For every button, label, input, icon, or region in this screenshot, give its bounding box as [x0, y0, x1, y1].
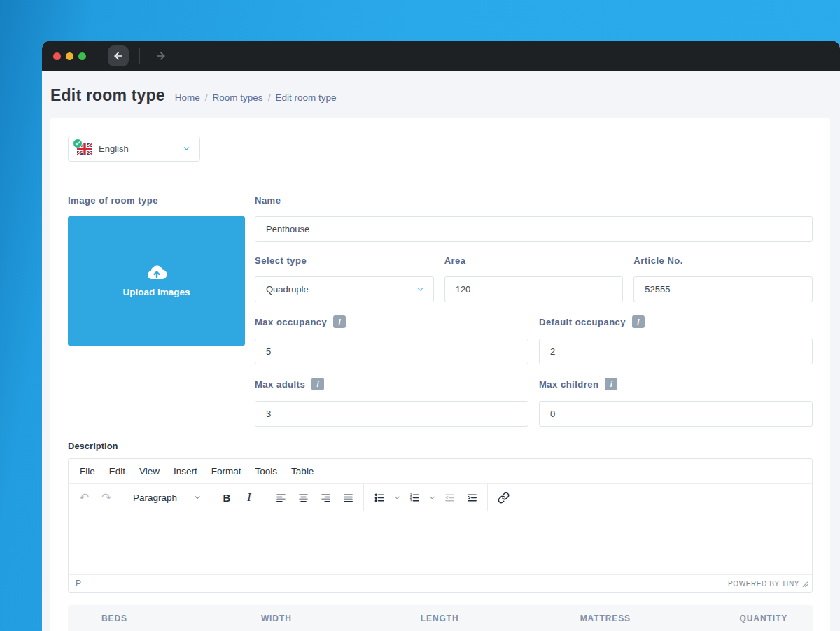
info-icon[interactable]: i: [333, 316, 346, 328]
bold-icon[interactable]: B: [216, 487, 237, 508]
article-no-field: Article No.: [634, 255, 813, 302]
insert-link-icon[interactable]: [493, 487, 514, 508]
menu-format[interactable]: Format: [204, 462, 248, 481]
redo-icon[interactable]: ↷: [96, 487, 117, 508]
default-occupancy-label-text: Default occupancy: [539, 317, 626, 327]
chevron-down-icon: [193, 493, 202, 502]
alignment-group: [265, 484, 364, 511]
breadcrumb: Home / Room types / Edit room type: [175, 92, 337, 103]
max-adults-label-text: Max adults: [255, 379, 305, 390]
chevron-down-icon: [416, 285, 425, 294]
length-column-header: LENGTH: [413, 614, 566, 623]
chevron-down-icon: [182, 144, 191, 153]
max-occupancy-field: Max occupancy i: [255, 316, 528, 364]
type-area-article-row: Select type Quadruple Area Artic: [255, 255, 813, 302]
select-type-dropdown[interactable]: Quadruple: [255, 276, 434, 302]
fields-column: Name Select type Quadruple: [255, 195, 813, 440]
max-occupancy-label: Max occupancy i: [255, 316, 528, 328]
powered-by-tiny: POWERED BY TINY: [728, 580, 808, 588]
info-icon[interactable]: i: [632, 316, 645, 328]
upload-images-dropzone[interactable]: Upload images: [68, 216, 245, 346]
breadcrumb-separator: /: [268, 92, 271, 103]
link-group: [488, 484, 519, 511]
window-titlebar: [42, 41, 840, 71]
editor-menubar: File Edit View Insert Format Tools Table: [69, 459, 812, 484]
width-column-header: WIDTH: [253, 614, 407, 623]
breadcrumb-home[interactable]: Home: [175, 92, 200, 103]
align-justify-icon[interactable]: [337, 487, 358, 508]
area-label: Area: [444, 255, 624, 266]
beds-column-header: BEDS: [94, 614, 247, 623]
editor-statusbar: P POWERED BY TINY: [69, 574, 812, 592]
outdent-icon[interactable]: [439, 487, 460, 508]
page-title: Edit room type: [50, 86, 165, 105]
select-type-value: Quadruple: [266, 284, 309, 295]
menu-edit[interactable]: Edit: [102, 462, 132, 481]
menu-file[interactable]: File: [73, 462, 102, 481]
menu-insert[interactable]: Insert: [167, 462, 204, 481]
max-children-label: Max children i: [539, 378, 813, 390]
titlebar-divider: [139, 48, 140, 64]
max-adults-input[interactable]: [255, 401, 528, 427]
description-label: Description: [68, 441, 813, 451]
max-children-input[interactable]: [539, 401, 813, 427]
powered-by-tiny-label: POWERED BY TINY: [728, 580, 799, 588]
room-type-form: Image of room type Upload images Name: [68, 195, 813, 440]
editor-content-area[interactable]: [69, 511, 812, 574]
editor-toolbar: ↶ ↷ Paragraph B I: [69, 484, 812, 511]
history-group: ↶ ↷: [69, 484, 122, 511]
svg-text:3: 3: [410, 499, 412, 502]
menu-view[interactable]: View: [132, 462, 167, 481]
menu-table[interactable]: Table: [284, 462, 321, 481]
occupancy-row: Max occupancy i Default occupancy i: [255, 316, 813, 364]
arrow-left-icon: [113, 50, 124, 62]
minimize-window-icon[interactable]: [66, 52, 74, 60]
menu-tools[interactable]: Tools: [248, 462, 285, 481]
align-right-icon[interactable]: [315, 487, 336, 508]
default-occupancy-input[interactable]: [539, 339, 813, 364]
default-occupancy-label: Default occupancy i: [539, 316, 813, 328]
area-field: Area: [444, 255, 624, 302]
text-style-group: B I: [211, 484, 265, 511]
name-input[interactable]: [255, 216, 813, 242]
close-window-icon[interactable]: [53, 52, 61, 60]
description-editor: File Edit View Insert Format Tools Table…: [68, 458, 813, 593]
breadcrumb-room-types[interactable]: Room types: [213, 92, 263, 103]
language-selected-label: English: [99, 143, 176, 154]
undo-icon[interactable]: ↶: [74, 487, 94, 508]
upload-images-label: Upload images: [122, 287, 190, 297]
adults-children-row: Max adults i Max children i: [255, 378, 813, 427]
numbered-list-chevron-icon[interactable]: [426, 487, 438, 508]
info-icon[interactable]: i: [605, 378, 617, 390]
back-button[interactable]: [108, 45, 129, 66]
paragraph-format-dropdown[interactable]: Paragraph: [127, 487, 206, 508]
uk-flag-icon: [77, 143, 92, 155]
resize-grip-icon[interactable]: [802, 581, 808, 587]
section-divider: [68, 176, 813, 176]
page-header: Edit room type Home / Room types / Edit …: [42, 71, 840, 118]
italic-icon[interactable]: I: [239, 487, 260, 508]
align-left-icon[interactable]: [270, 487, 291, 508]
area-input[interactable]: [444, 276, 624, 302]
select-type-field: Select type Quadruple: [255, 255, 434, 302]
align-center-icon[interactable]: [293, 487, 314, 508]
language-select[interactable]: English: [68, 136, 200, 162]
beds-table: BEDS WIDTH LENGTH MATTRESS QUANTITY King…: [68, 605, 813, 631]
indent-icon[interactable]: [461, 487, 482, 508]
forward-button[interactable]: [150, 45, 172, 66]
bullet-list-icon[interactable]: [369, 487, 390, 508]
browser-window: Edit room type Home / Room types / Edit …: [42, 41, 840, 631]
max-occupancy-input[interactable]: [255, 339, 528, 364]
info-icon[interactable]: i: [312, 378, 324, 390]
bullet-list-chevron-icon[interactable]: [391, 487, 402, 508]
edit-room-type-card: English Image of room type Upload im: [50, 118, 830, 631]
article-no-input[interactable]: [634, 276, 813, 302]
image-of-room-type-label: Image of room type: [68, 195, 245, 206]
zoom-window-icon[interactable]: [78, 52, 86, 60]
breadcrumb-separator: /: [205, 92, 208, 103]
check-badge-icon: [73, 139, 83, 148]
breadcrumb-current: Edit room type: [275, 92, 336, 103]
name-label: Name: [255, 195, 813, 206]
article-no-label: Article No.: [634, 255, 813, 266]
numbered-list-icon[interactable]: 123: [404, 487, 425, 508]
